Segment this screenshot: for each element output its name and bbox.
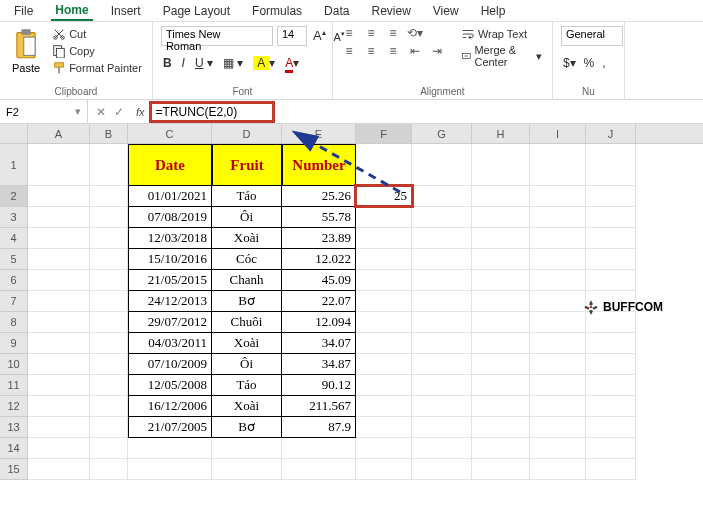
align-middle-button[interactable]: ≡ bbox=[363, 26, 379, 40]
cell-I2[interactable] bbox=[530, 186, 586, 207]
cell-H9[interactable] bbox=[472, 333, 530, 354]
formula-input[interactable]: =TRUNC(E2,0) bbox=[149, 101, 276, 123]
cell-F13[interactable] bbox=[356, 417, 412, 438]
cell-E15[interactable] bbox=[282, 459, 356, 480]
cancel-formula-button[interactable]: ✕ bbox=[96, 105, 106, 119]
cell-H3[interactable] bbox=[472, 207, 530, 228]
cell-D6[interactable]: Chanh bbox=[212, 270, 282, 291]
fill-color-button[interactable]: A▾ bbox=[251, 56, 277, 70]
cell-J8[interactable] bbox=[586, 312, 636, 333]
cell-G9[interactable] bbox=[412, 333, 472, 354]
cell-A15[interactable] bbox=[28, 459, 90, 480]
col-header-a[interactable]: A bbox=[28, 124, 90, 143]
orientation-button[interactable]: ⟲▾ bbox=[407, 26, 423, 40]
cell-F5[interactable] bbox=[356, 249, 412, 270]
cell-H6[interactable] bbox=[472, 270, 530, 291]
cell-C14[interactable] bbox=[128, 438, 212, 459]
cell-I10[interactable] bbox=[530, 354, 586, 375]
cell-B15[interactable] bbox=[90, 459, 128, 480]
cell-F4[interactable] bbox=[356, 228, 412, 249]
spreadsheet-grid[interactable]: A B C D E F G H I J 1DateFruitNumber201/… bbox=[0, 124, 703, 529]
cell-E1[interactable]: Number bbox=[282, 144, 356, 186]
cell-B1[interactable] bbox=[90, 144, 128, 186]
align-left-button[interactable]: ≡ bbox=[341, 44, 357, 58]
cell-C4[interactable]: 12/03/2018 bbox=[128, 228, 212, 249]
cell-J9[interactable] bbox=[586, 333, 636, 354]
comma-button[interactable]: , bbox=[600, 56, 607, 70]
row-header[interactable]: 14 bbox=[0, 438, 28, 459]
cell-D2[interactable]: Táo bbox=[212, 186, 282, 207]
cell-D10[interactable]: Ôi bbox=[212, 354, 282, 375]
row-header[interactable]: 10 bbox=[0, 354, 28, 375]
cell-C3[interactable]: 07/08/2019 bbox=[128, 207, 212, 228]
cell-F12[interactable] bbox=[356, 396, 412, 417]
cell-A13[interactable] bbox=[28, 417, 90, 438]
percent-button[interactable]: % bbox=[582, 56, 597, 70]
cell-H5[interactable] bbox=[472, 249, 530, 270]
accounting-button[interactable]: $▾ bbox=[561, 56, 578, 70]
row-header[interactable]: 5 bbox=[0, 249, 28, 270]
cell-F15[interactable] bbox=[356, 459, 412, 480]
cell-E3[interactable]: 55.78 bbox=[282, 207, 356, 228]
cell-A8[interactable] bbox=[28, 312, 90, 333]
cell-E8[interactable]: 12.094 bbox=[282, 312, 356, 333]
cell-C8[interactable]: 29/07/2012 bbox=[128, 312, 212, 333]
cell-C6[interactable]: 21/05/2015 bbox=[128, 270, 212, 291]
cell-G7[interactable] bbox=[412, 291, 472, 312]
cell-I7[interactable] bbox=[530, 291, 586, 312]
cell-H2[interactable] bbox=[472, 186, 530, 207]
cell-C13[interactable]: 21/07/2005 bbox=[128, 417, 212, 438]
enter-formula-button[interactable]: ✓ bbox=[114, 105, 124, 119]
cut-button[interactable]: Cut bbox=[50, 26, 144, 42]
cell-D5[interactable]: Cóc bbox=[212, 249, 282, 270]
underline-button[interactable]: U ▾ bbox=[193, 56, 215, 70]
tab-review[interactable]: Review bbox=[367, 2, 414, 20]
cell-F8[interactable] bbox=[356, 312, 412, 333]
cell-C15[interactable] bbox=[128, 459, 212, 480]
cell-D12[interactable]: Xoài bbox=[212, 396, 282, 417]
cell-D15[interactable] bbox=[212, 459, 282, 480]
cell-D9[interactable]: Xoài bbox=[212, 333, 282, 354]
cell-I15[interactable] bbox=[530, 459, 586, 480]
row-header[interactable]: 11 bbox=[0, 375, 28, 396]
cell-H13[interactable] bbox=[472, 417, 530, 438]
cell-B7[interactable] bbox=[90, 291, 128, 312]
col-header-e[interactable]: E bbox=[282, 124, 356, 143]
cell-E4[interactable]: 23.89 bbox=[282, 228, 356, 249]
cell-A6[interactable] bbox=[28, 270, 90, 291]
col-header-d[interactable]: D bbox=[212, 124, 282, 143]
cell-B3[interactable] bbox=[90, 207, 128, 228]
row-header[interactable]: 9 bbox=[0, 333, 28, 354]
cell-H12[interactable] bbox=[472, 396, 530, 417]
font-color-button[interactable]: A▾ bbox=[283, 56, 301, 70]
cell-B6[interactable] bbox=[90, 270, 128, 291]
paste-button[interactable]: Paste bbox=[8, 26, 44, 76]
row-header[interactable]: 8 bbox=[0, 312, 28, 333]
cell-I11[interactable] bbox=[530, 375, 586, 396]
cell-B14[interactable] bbox=[90, 438, 128, 459]
name-box[interactable]: F2▾ bbox=[0, 100, 88, 123]
tab-view[interactable]: View bbox=[429, 2, 463, 20]
cell-A11[interactable] bbox=[28, 375, 90, 396]
cell-C7[interactable]: 24/12/2013 bbox=[128, 291, 212, 312]
cell-G12[interactable] bbox=[412, 396, 472, 417]
italic-button[interactable]: I bbox=[180, 56, 187, 70]
row-header[interactable]: 12 bbox=[0, 396, 28, 417]
cell-G10[interactable] bbox=[412, 354, 472, 375]
cell-H8[interactable] bbox=[472, 312, 530, 333]
col-header-h[interactable]: H bbox=[472, 124, 530, 143]
col-header-i[interactable]: I bbox=[530, 124, 586, 143]
cell-G5[interactable] bbox=[412, 249, 472, 270]
cell-F7[interactable] bbox=[356, 291, 412, 312]
cell-I3[interactable] bbox=[530, 207, 586, 228]
cell-F3[interactable] bbox=[356, 207, 412, 228]
bold-button[interactable]: B bbox=[161, 56, 174, 70]
copy-button[interactable]: Copy bbox=[50, 43, 144, 59]
cell-E10[interactable]: 34.87 bbox=[282, 354, 356, 375]
border-button[interactable]: ▦ ▾ bbox=[221, 56, 245, 70]
cell-H14[interactable] bbox=[472, 438, 530, 459]
cell-F14[interactable] bbox=[356, 438, 412, 459]
cell-H11[interactable] bbox=[472, 375, 530, 396]
tab-insert[interactable]: Insert bbox=[107, 2, 145, 20]
cell-E9[interactable]: 34.07 bbox=[282, 333, 356, 354]
